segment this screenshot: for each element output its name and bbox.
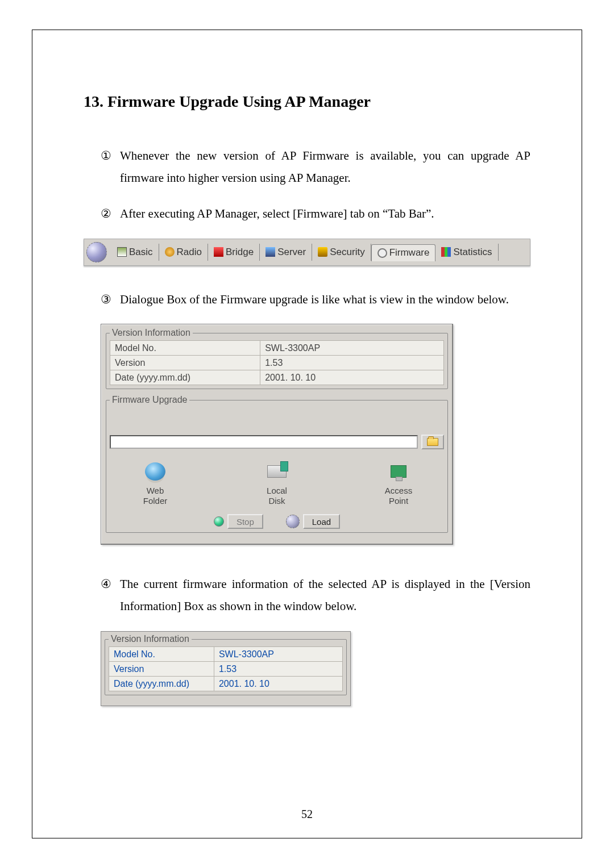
step-2-text: After executing AP Manager, select [Firm… xyxy=(120,203,530,225)
page-number: 52 xyxy=(32,808,582,821)
target-web-label-2: Folder xyxy=(143,496,168,506)
server-icon xyxy=(265,247,275,257)
target-web: Web Folder xyxy=(127,461,184,506)
model-value-2: SWL-3300AP xyxy=(214,647,342,662)
load-globe-icon xyxy=(286,515,300,528)
tab-bridge-label: Bridge xyxy=(226,247,254,258)
firmware-upgrade-group: Firmware Upgrade Web Folder Local Disk xyxy=(106,395,448,533)
tab-firmware-label: Firmware xyxy=(389,247,430,258)
target-ap-label-1: Access xyxy=(385,486,412,496)
table-row: Version 1.53 xyxy=(109,662,343,677)
step-3-text: Dialogue Box of the Firmware upgrade is … xyxy=(120,289,530,311)
tab-security[interactable]: Security xyxy=(312,244,371,261)
date-value: 2001. 10. 10 xyxy=(260,370,444,385)
browse-button[interactable] xyxy=(421,435,444,449)
stop-button[interactable]: Stop xyxy=(227,514,263,529)
version-info-figure: Version Information Model No. SWL-3300AP… xyxy=(101,631,351,706)
firmware-upgrade-legend: Firmware Upgrade xyxy=(110,395,189,405)
version-label: Version xyxy=(110,356,260,370)
version-info-legend-2: Version Information xyxy=(109,634,192,644)
firmware-dialog: Version Information Model No. SWL-3300AP… xyxy=(101,324,453,545)
tab-firmware[interactable]: Firmware xyxy=(371,244,436,261)
tab-statistics-label: Statistics xyxy=(453,247,492,258)
tab-basic-label: Basic xyxy=(129,247,153,258)
date-label-2: Date (yyyy.mm.dd) xyxy=(109,677,214,691)
version-info-group: Version Information Model No. SWL-3300AP… xyxy=(106,328,448,389)
tab-bar: Basic Radio Bridge Server Security Firmw… xyxy=(84,239,530,266)
version-value: 1.53 xyxy=(260,356,444,370)
refresh-globe-icon[interactable] xyxy=(86,242,107,262)
tab-basic[interactable]: Basic xyxy=(111,244,159,261)
bridge-icon xyxy=(214,247,223,257)
step-1-text: Whenever the new version of AP Firmware … xyxy=(120,145,530,189)
version-info-table: Model No. SWL-3300AP Version 1.53 Date (… xyxy=(110,340,444,385)
model-label-2: Model No. xyxy=(109,647,214,662)
target-ap: Access Point xyxy=(370,461,427,506)
version-label-2: Version xyxy=(109,662,214,677)
version-value-2: 1.53 xyxy=(214,662,342,677)
section-heading: 13. Firmware Upgrade Using AP Manager xyxy=(84,93,530,111)
target-web-label-1: Web xyxy=(147,486,164,496)
status-led-icon xyxy=(214,516,224,527)
marker-4: ④ xyxy=(101,573,120,617)
target-local-label-2: Disk xyxy=(268,496,285,506)
target-ap-label-2: Point xyxy=(389,496,408,506)
step-4-text: The current firmware information of the … xyxy=(120,573,530,617)
access-point-icon xyxy=(391,465,406,478)
date-label: Date (yyyy.mm.dd) xyxy=(110,370,260,385)
radio-icon xyxy=(165,247,175,257)
tab-security-label: Security xyxy=(330,247,364,258)
target-local-label-1: Local xyxy=(267,486,287,496)
firmware-path-input[interactable] xyxy=(110,435,418,449)
date-value-2: 2001. 10. 10 xyxy=(214,677,342,691)
load-button[interactable]: Load xyxy=(303,514,340,529)
target-local: Local Disk xyxy=(248,461,305,506)
step-2: ② After executing AP Manager, select [Fi… xyxy=(101,203,530,225)
statistics-icon xyxy=(441,247,451,257)
step-4: ④ The current firmware information of th… xyxy=(101,573,530,617)
table-row: Date (yyyy.mm.dd) 2001. 10. 10 xyxy=(110,370,444,385)
tab-radio[interactable]: Radio xyxy=(159,244,208,261)
marker-3: ③ xyxy=(101,289,120,311)
tab-statistics[interactable]: Statistics xyxy=(435,244,498,261)
step-1: ① Whenever the new version of AP Firmwar… xyxy=(101,145,530,189)
version-info-legend: Version Information xyxy=(110,328,193,338)
table-row: Model No. SWL-3300AP xyxy=(110,341,444,356)
tab-bridge[interactable]: Bridge xyxy=(208,244,260,261)
version-info-table-2: Model No. SWL-3300AP Version 1.53 Date (… xyxy=(109,646,343,691)
tab-server-label: Server xyxy=(277,247,306,258)
marker-2: ② xyxy=(101,203,120,225)
tab-server[interactable]: Server xyxy=(260,244,312,261)
tab-radio-label: Radio xyxy=(177,247,202,258)
table-row: Date (yyyy.mm.dd) 2001. 10. 10 xyxy=(109,677,343,691)
step-3: ③ Dialogue Box of the Firmware upgrade i… xyxy=(101,289,530,311)
table-row: Model No. SWL-3300AP xyxy=(109,647,343,662)
firmware-icon xyxy=(377,248,387,258)
web-globe-icon xyxy=(145,462,165,481)
folder-open-icon xyxy=(427,438,438,446)
basic-icon xyxy=(117,247,127,257)
model-label: Model No. xyxy=(110,341,260,356)
version-info-group-2: Version Information Model No. SWL-3300AP… xyxy=(105,634,347,695)
marker-1: ① xyxy=(101,145,120,189)
security-icon xyxy=(318,247,327,257)
local-disk-icon xyxy=(267,465,287,478)
model-value: SWL-3300AP xyxy=(260,341,444,356)
table-row: Version 1.53 xyxy=(110,356,444,370)
